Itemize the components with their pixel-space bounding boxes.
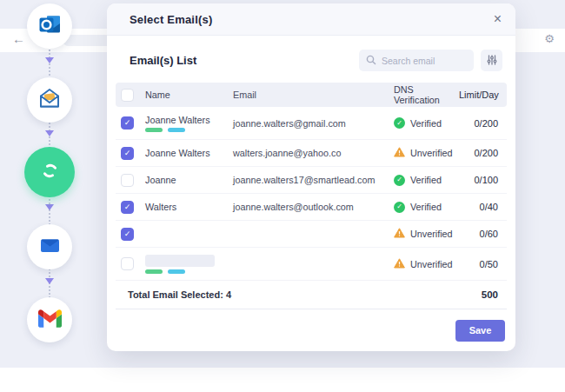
cell-name: Joanne Walters <box>145 148 233 158</box>
cell-email: joanne.walters@gmail.com <box>233 118 394 129</box>
row-checkbox[interactable]: ✓ <box>121 116 134 130</box>
envelope-icon <box>38 234 62 261</box>
sliders-icon <box>487 53 497 69</box>
total-limit-value: 500 <box>482 289 498 300</box>
flow-step-email[interactable] <box>27 224 72 269</box>
verified-check-icon: ✓ <box>394 202 405 213</box>
dns-status: Verified <box>410 118 442 129</box>
cell-name: Joanne <box>145 175 233 185</box>
warning-triangle-icon <box>394 147 405 159</box>
cell-limit: 0/50 <box>459 259 498 269</box>
table-row: ✓ Unverified 0/60 <box>116 221 507 248</box>
table-row: Unverified 0/50 <box>116 248 507 281</box>
row-checkbox[interactable] <box>121 257 134 270</box>
open-envelope-icon <box>37 86 62 114</box>
cell-limit: 0/40 <box>459 202 498 212</box>
close-icon[interactable]: × <box>494 12 502 26</box>
modal-footer: Save <box>107 309 515 351</box>
column-header-email: Email <box>233 90 394 100</box>
tag-bars <box>145 128 233 132</box>
row-checkbox[interactable]: ✓ <box>121 147 134 160</box>
dns-status: Verified <box>410 202 442 212</box>
table-row: Joanne joanne.walters17@smartlead.com ✓ … <box>116 167 507 194</box>
filter-button[interactable] <box>481 50 502 71</box>
summary-row: Total Email Selected: 4 500 <box>116 281 507 309</box>
flow-arrow-icon <box>45 278 54 284</box>
verified-check-icon: ✓ <box>394 175 405 186</box>
dns-status: Unverified <box>410 229 453 239</box>
dns-status: Unverified <box>410 148 453 158</box>
select-emails-modal: Select Email(s) × Email(s) List <box>107 3 515 351</box>
table-row: ✓ Joanne Walters joanne.walters@gmail.co… <box>116 107 507 140</box>
table-row: ✓ Joanne Walters walters.joanne@yahoo.co… <box>116 140 507 167</box>
table-header-row: Name Email DNS Verification Limit/Day <box>116 83 507 107</box>
search-icon <box>366 53 376 69</box>
save-button[interactable]: Save <box>455 320 505 342</box>
gear-icon[interactable]: ⚙ <box>544 32 555 45</box>
dns-status: Unverified <box>410 259 453 269</box>
search-input-wrapper <box>359 50 474 71</box>
list-title: Email(s) List <box>130 54 196 67</box>
flow-step-gmail[interactable] <box>27 297 72 342</box>
modal-header: Select Email(s) × <box>107 3 515 36</box>
app-bottom-bar <box>0 368 565 392</box>
cell-name: Walters <box>145 202 233 212</box>
flow-step-outlook[interactable] <box>27 3 72 49</box>
cell-email: joanne.walters17@smartlead.com <box>233 175 394 185</box>
search-input[interactable] <box>382 56 467 66</box>
flow-arrow-icon <box>45 204 54 210</box>
row-checkbox[interactable] <box>121 174 134 187</box>
table-row: ✓ Walters joanne.walters@outlook.com ✓ V… <box>116 194 507 221</box>
flow-step-sync[interactable] <box>24 147 75 197</box>
flow-arrow-icon <box>45 130 54 136</box>
name-placeholder <box>145 255 215 267</box>
dns-status: Verified <box>410 175 442 185</box>
column-header-name: Name <box>145 90 233 100</box>
cell-limit: 0/60 <box>459 229 498 239</box>
cell-limit: 0/200 <box>459 148 498 158</box>
total-selected-label: Total Email Selected: 4 <box>128 289 231 300</box>
outlook-icon <box>38 13 62 40</box>
verified-check-icon: ✓ <box>394 117 405 129</box>
cell-limit: 0/200 <box>459 118 498 129</box>
cell-email: walters.joanne@yahoo.co <box>233 148 394 158</box>
flow-arrow-icon <box>45 57 54 63</box>
back-arrow-icon[interactable]: ← <box>12 31 25 46</box>
flow-step-open-email[interactable] <box>27 77 72 123</box>
modal-title: Select Email(s) <box>130 13 213 26</box>
cell-limit: 0/100 <box>459 175 498 185</box>
cell-email: joanne.walters@outlook.com <box>233 202 394 212</box>
warning-triangle-icon <box>394 228 405 240</box>
column-header-dns: DNS Verification <box>394 84 459 105</box>
tag-bars <box>145 269 233 274</box>
warning-triangle-icon <box>394 258 405 270</box>
select-all-checkbox[interactable] <box>121 89 134 102</box>
column-header-limit: Limit/Day <box>459 90 498 100</box>
emails-table: Name Email DNS Verification Limit/Day ✓ … <box>116 83 507 281</box>
sync-arrows-icon <box>38 159 62 186</box>
row-checkbox[interactable]: ✓ <box>121 201 134 214</box>
gmail-icon <box>38 309 62 331</box>
row-checkbox[interactable]: ✓ <box>121 228 134 241</box>
cell-name: Joanne Walters <box>145 115 233 125</box>
